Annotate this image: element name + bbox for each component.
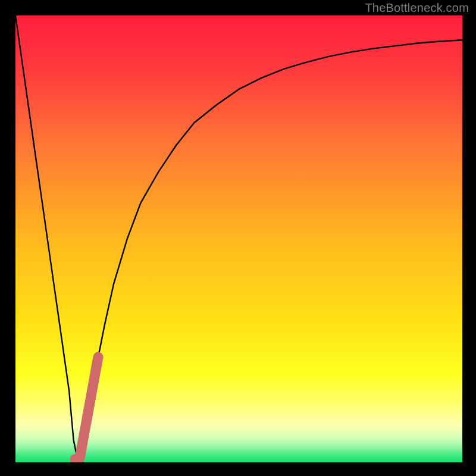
plot-area bbox=[15, 15, 462, 462]
gradient-background bbox=[15, 15, 462, 462]
chart-frame: TheBottleneck.com bbox=[0, 0, 476, 476]
chart-svg bbox=[15, 15, 462, 462]
watermark-text: TheBottleneck.com bbox=[365, 1, 469, 15]
